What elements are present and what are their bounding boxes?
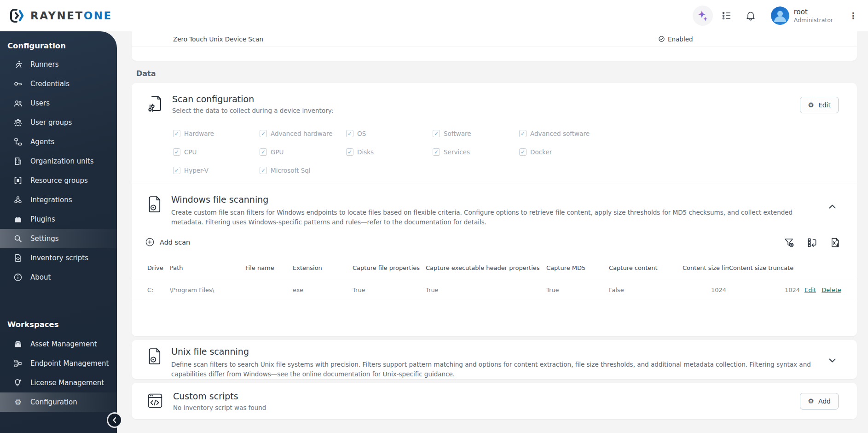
section-title: Scan configuration: [172, 94, 333, 104]
plus-circle-icon: [145, 238, 154, 246]
sidebar-item-credentials[interactable]: Credentials: [0, 74, 117, 94]
checkbox-advanced-software[interactable]: ✓Advanced software: [519, 129, 606, 138]
clear-filter-button[interactable]: [783, 237, 794, 248]
more-options-button[interactable]: ⋮: [849, 11, 858, 21]
checkbox-hardware[interactable]: ✓Hardware: [173, 129, 260, 138]
sidebar-item-label: Runners: [30, 60, 58, 69]
checked-box-icon: ✓: [433, 130, 440, 137]
sidebar-item-configuration[interactable]: ⚙ Configuration: [0, 392, 117, 412]
sidebar-item-integrations[interactable]: Integrations: [0, 190, 117, 210]
user-avatar[interactable]: [771, 6, 789, 25]
building-icon: [13, 156, 23, 166]
user-name: root: [794, 8, 833, 17]
sidebar-item-agents[interactable]: Agents: [0, 132, 117, 152]
header-actions: root Administrator ⋮: [693, 6, 858, 26]
sidebar-item-label: Inventory scripts: [30, 254, 88, 262]
sidebar-item-license-management[interactable]: License Management: [0, 373, 117, 392]
add-custom-script-button[interactable]: ⚙ Add: [800, 393, 839, 410]
sidebar-item-plugins[interactable]: Plugins: [0, 210, 117, 229]
checkbox-advanced-hardware[interactable]: ✓Advanced hardware: [260, 129, 346, 138]
checkbox-microsoft-sql[interactable]: ✓Microsoft Sql: [260, 166, 346, 175]
edit-scan-config-button[interactable]: ⚙ Edit: [800, 97, 839, 113]
user-groups-icon: [13, 117, 23, 128]
sidebar-item-asset-management[interactable]: Asset Management: [0, 334, 117, 354]
sidebar-item-label: User groups: [30, 118, 72, 127]
column-header[interactable]: Content size limit: [683, 264, 729, 271]
users-icon: [13, 98, 23, 108]
cell-capture-md5: True: [546, 287, 609, 293]
checked-box-icon: ✓: [433, 148, 440, 156]
checkbox-docker[interactable]: ✓Docker: [519, 147, 606, 157]
section-description: Define scan filters to search Unix file …: [171, 360, 816, 379]
column-header[interactable]: Capture MD5: [546, 264, 609, 271]
delete-row-link[interactable]: Delete: [822, 287, 841, 293]
sidebar: Configuration Runners Credentials Users …: [0, 31, 117, 433]
resource-groups-icon: [13, 176, 23, 186]
notifications-button[interactable]: [741, 6, 761, 26]
column-header[interactable]: Capture content: [609, 264, 683, 271]
sidebar-item-label: Organization units: [30, 157, 94, 165]
column-header[interactable]: Path: [170, 264, 245, 271]
gear-icon: ⚙: [13, 397, 23, 407]
checked-box-icon: ✓: [173, 130, 180, 137]
cell-content-size-truncate: 1024: [729, 287, 803, 293]
checkbox-os[interactable]: ✓OS: [346, 129, 433, 138]
ai-assistant-button[interactable]: [693, 6, 713, 26]
section-title: Unix file scanning: [171, 346, 816, 357]
chevron-left-icon: [112, 417, 117, 423]
column-header[interactable]: Capture file properties: [353, 264, 426, 271]
raynet-one-logo[interactable]: RAYNETONE: [9, 7, 112, 24]
column-header[interactable]: Capture executable header properties: [426, 264, 546, 271]
search-icon: [13, 234, 23, 244]
checkbox-hyper-v[interactable]: ✓Hyper-V: [173, 166, 260, 175]
collapse-section-button[interactable]: [827, 201, 838, 212]
sidebar-item-runners[interactable]: Runners: [0, 55, 117, 74]
sidebar-item-organization-units[interactable]: Organization units: [0, 152, 117, 171]
column-header[interactable]: File name: [245, 264, 293, 271]
export-excel-button[interactable]: [829, 237, 840, 248]
task-list-button[interactable]: [717, 6, 737, 26]
add-scan-button[interactable]: Add scan: [145, 238, 190, 246]
integrations-icon: [13, 195, 23, 205]
column-header[interactable]: Content size truncate: [729, 264, 803, 271]
logo-wordmark: RAYNETONE: [30, 10, 112, 22]
sidebar-item-about[interactable]: About: [0, 268, 117, 287]
device-scan-card: Zero Touch Unix Device Scan Enabled: [132, 31, 857, 61]
checkbox-disks[interactable]: ✓Disks: [346, 147, 433, 157]
row-actions: Edit Delete: [803, 287, 841, 293]
sidebar-item-resource-groups[interactable]: Resource groups: [0, 171, 117, 190]
reset-columns-button[interactable]: [806, 237, 817, 248]
scan-filters-table: Drive Path File name Extension Capture f…: [132, 258, 857, 302]
edit-row-link[interactable]: Edit: [804, 287, 816, 293]
sidebar-item-endpoint-management[interactable]: Endpoint Management: [0, 354, 117, 373]
sidebar-item-label: Endpoint Management: [30, 359, 109, 368]
excel-export-icon: [830, 237, 840, 248]
sidebar-item-users[interactable]: Users: [0, 94, 117, 113]
scan-configuration-section: Scan configuration Select the data to co…: [132, 83, 857, 183]
user-menu[interactable]: root Administrator: [794, 8, 833, 23]
checkbox-services[interactable]: ✓Services: [433, 147, 519, 157]
sparkle-icon: [697, 10, 709, 22]
checkbox-software[interactable]: ✓Software: [433, 129, 519, 138]
column-header[interactable]: Drive: [147, 264, 170, 271]
sidebar-item-inventory-scripts[interactable]: Inventory scripts: [0, 248, 117, 268]
logo-mark-icon: [9, 7, 26, 24]
clear-filter-icon: [784, 237, 794, 248]
column-header[interactable]: Extension: [293, 264, 353, 271]
sidebar-section-title: Configuration: [0, 31, 117, 55]
check-circle-icon: [658, 35, 665, 42]
workspaces-title: Workspaces: [0, 287, 117, 334]
expand-section-button[interactable]: [827, 355, 838, 366]
table-toolbar: [783, 237, 840, 248]
sidebar-item-user-groups[interactable]: User groups: [0, 113, 117, 132]
checked-box-icon: ✓: [260, 167, 267, 174]
cell-capture-content: False: [609, 287, 683, 293]
section-description: Create custom file scan filters for Wind…: [171, 208, 816, 227]
setting-label: Zero Touch Unix Device Scan: [173, 35, 263, 43]
checkbox-cpu[interactable]: ✓CPU: [173, 147, 260, 157]
sidebar-item-settings[interactable]: Settings: [0, 229, 117, 248]
checked-box-icon: ✓: [346, 148, 353, 156]
sidebar-collapse-button[interactable]: [108, 414, 121, 427]
section-subtitle: No inventory script was found: [173, 404, 266, 411]
checkbox-gpu[interactable]: ✓GPU: [260, 147, 346, 157]
